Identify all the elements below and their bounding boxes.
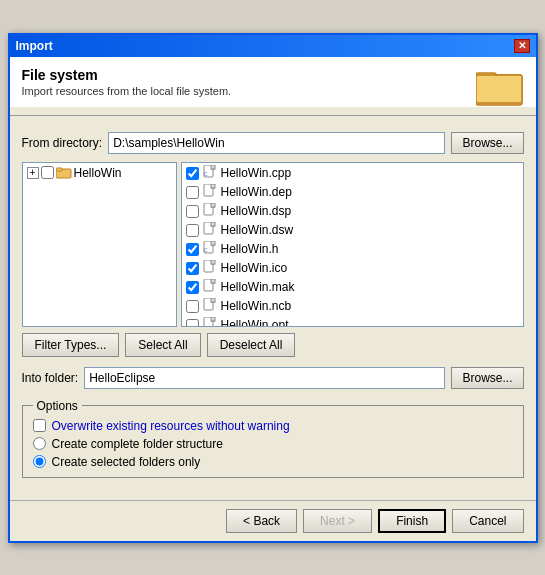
title-bar: Import ✕ xyxy=(10,35,536,57)
file-name: HelloWin.ncb xyxy=(221,299,292,313)
file-type-icon xyxy=(203,317,217,327)
svg-rect-22 xyxy=(211,298,215,302)
close-button[interactable]: ✕ xyxy=(514,39,530,53)
list-item: HelloWin.ico xyxy=(182,259,523,278)
file-type-icon xyxy=(203,222,217,239)
svg-rect-15 xyxy=(211,241,215,245)
svg-text:C: C xyxy=(204,171,208,177)
svg-rect-9 xyxy=(211,184,215,188)
list-item: HelloWin.dep xyxy=(182,183,523,202)
svg-rect-6 xyxy=(211,165,215,169)
overwrite-label: Overwrite existing resources without war… xyxy=(52,419,290,433)
file-name: HelloWin.opt xyxy=(221,318,289,327)
file-type-icon: C xyxy=(203,241,217,258)
overwrite-checkbox[interactable] xyxy=(33,419,46,432)
file-type-icon: C xyxy=(203,165,217,182)
file-name: HelloWin.ico xyxy=(221,261,288,275)
into-folder-browse-button[interactable]: Browse... xyxy=(451,367,523,389)
folder-icon-large xyxy=(476,65,524,107)
tree-expand-icon[interactable]: + xyxy=(27,167,39,179)
list-item: HelloWin.dsw xyxy=(182,221,523,240)
file-checkbox[interactable] xyxy=(186,186,199,199)
option-complete-folder: Create complete folder structure xyxy=(33,437,513,451)
tree-panel[interactable]: + HelloWin xyxy=(22,162,177,327)
file-checkbox[interactable] xyxy=(186,224,199,237)
option-selected-folders: Create selected folders only xyxy=(33,455,513,469)
complete-folder-radio[interactable] xyxy=(33,437,46,450)
file-type-icon xyxy=(203,184,217,201)
file-type-icon xyxy=(203,279,217,296)
file-type-icon xyxy=(203,260,217,277)
tree-folder-icon xyxy=(56,166,72,179)
filter-types-button[interactable]: Filter Types... xyxy=(22,333,120,357)
tree-root-checkbox[interactable] xyxy=(41,166,54,179)
from-directory-browse-button[interactable]: Browse... xyxy=(451,132,523,154)
file-type-icon xyxy=(203,203,217,220)
svg-text:C: C xyxy=(204,247,208,253)
file-name: HelloWin.dsp xyxy=(221,204,292,218)
file-checkbox[interactable] xyxy=(186,167,199,180)
main-body: From directory: Browse... + HelloWin xyxy=(10,124,536,500)
svg-rect-4 xyxy=(56,168,62,171)
file-checkbox[interactable] xyxy=(186,300,199,313)
header-area: File system Import resources from the lo… xyxy=(10,57,536,107)
svg-rect-24 xyxy=(211,317,215,321)
selected-folders-radio[interactable] xyxy=(33,455,46,468)
header-title: File system xyxy=(22,67,524,83)
into-folder-row: Into folder: Browse... xyxy=(22,367,524,389)
option-overwrite: Overwrite existing resources without war… xyxy=(33,419,513,433)
file-name: HelloWin.dep xyxy=(221,185,292,199)
selected-folders-label: Create selected folders only xyxy=(52,455,201,469)
file-name: HelloWin.h xyxy=(221,242,279,256)
file-checkbox[interactable] xyxy=(186,205,199,218)
into-folder-input[interactable] xyxy=(84,367,445,389)
file-list-panel[interactable]: CHelloWin.cppHelloWin.depHelloWin.dspHel… xyxy=(181,162,524,327)
footer: < Back Next > Finish Cancel xyxy=(10,500,536,541)
action-buttons-row: Filter Types... Select All Deselect All xyxy=(22,333,524,357)
list-item: HelloWin.ncb xyxy=(182,297,523,316)
from-directory-input[interactable] xyxy=(108,132,445,154)
deselect-all-button[interactable]: Deselect All xyxy=(207,333,296,357)
file-checkbox[interactable] xyxy=(186,243,199,256)
file-name: HelloWin.cpp xyxy=(221,166,292,180)
from-directory-label: From directory: xyxy=(22,136,103,150)
from-directory-row: From directory: Browse... xyxy=(22,132,524,154)
import-dialog: Import ✕ File system Import resources fr… xyxy=(8,33,538,543)
file-name: HelloWin.dsw xyxy=(221,223,294,237)
svg-rect-13 xyxy=(211,222,215,226)
tree-root-node[interactable]: + HelloWin xyxy=(25,165,174,181)
options-legend: Options xyxy=(33,399,82,413)
list-item: HelloWin.opt xyxy=(182,316,523,327)
list-item: CHelloWin.h xyxy=(182,240,523,259)
header-subtitle: Import resources from the local file sys… xyxy=(22,85,524,97)
tree-root-label: HelloWin xyxy=(74,166,122,180)
file-area: + HelloWin CHelloWin.cppHelloWin.depHell… xyxy=(22,162,524,327)
list-item: CHelloWin.cpp xyxy=(182,164,523,183)
svg-rect-11 xyxy=(211,203,215,207)
file-checkbox[interactable] xyxy=(186,281,199,294)
next-button[interactable]: Next > xyxy=(303,509,372,533)
options-group: Options Overwrite existing resources wit… xyxy=(22,399,524,478)
cancel-button[interactable]: Cancel xyxy=(452,509,523,533)
file-name: HelloWin.mak xyxy=(221,280,295,294)
finish-button[interactable]: Finish xyxy=(378,509,446,533)
svg-rect-2 xyxy=(476,75,522,103)
list-item: HelloWin.mak xyxy=(182,278,523,297)
header-separator xyxy=(10,115,536,116)
complete-folder-label: Create complete folder structure xyxy=(52,437,223,451)
file-checkbox[interactable] xyxy=(186,319,199,327)
select-all-button[interactable]: Select All xyxy=(125,333,200,357)
back-button[interactable]: < Back xyxy=(226,509,297,533)
svg-rect-18 xyxy=(211,260,215,264)
dialog-title: Import xyxy=(16,39,53,53)
file-checkbox[interactable] xyxy=(186,262,199,275)
file-type-icon xyxy=(203,298,217,315)
into-folder-label: Into folder: xyxy=(22,371,79,385)
svg-rect-20 xyxy=(211,279,215,283)
list-item: HelloWin.dsp xyxy=(182,202,523,221)
